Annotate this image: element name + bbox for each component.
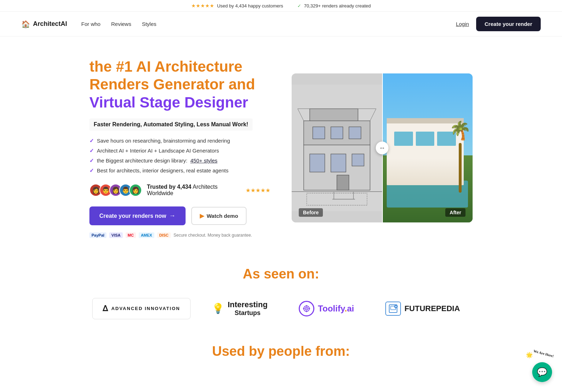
startup-text: InterestingStartups: [228, 300, 268, 317]
window-1: [394, 132, 413, 146]
discover-icon: DISC: [157, 232, 171, 238]
bullet-1: ✓ Save hours on researching, brainstormi…: [89, 138, 270, 144]
bullet-3-text: the Biggest architecture design library:…: [97, 158, 217, 164]
arrow-icon: →: [169, 212, 176, 220]
payment-row: PayPal VISA MC AMEX DISC Secure checkout…: [89, 232, 270, 238]
hero-right: 🌴 ↔ Before After: [292, 73, 473, 222]
bullet-check-icon: ✓: [89, 138, 94, 144]
windows: [394, 132, 456, 146]
used-by-section: Used by people from:: [0, 337, 562, 373]
window-2: [416, 132, 434, 146]
chat-emoji: 🌟: [526, 352, 533, 358]
topbar-stars: ★★★★★: [191, 3, 214, 9]
toolify-text: Toolify.ai: [318, 304, 354, 314]
hero-title-line3: Virtual Stage Designer: [89, 94, 248, 111]
svg-point-21: [306, 308, 307, 309]
bulb-icon: 💡: [212, 303, 224, 314]
bullet-1-text: Save hours on researching, brainstorming…: [97, 138, 230, 144]
styles-link[interactable]: 450+ styles: [190, 158, 217, 164]
futurepedia-text: FUTUREPEDIA: [404, 304, 460, 313]
before-image: [292, 73, 382, 222]
trust-stars: ★★★★★: [246, 187, 270, 194]
bullet-check-icon: ✓: [89, 158, 94, 164]
logo-futurepedia: FUTUREPEDIA: [375, 296, 470, 321]
bullet-2: ✓ Architect AI + Interior AI + Landscape…: [89, 148, 270, 154]
logos-row: ᐃ ADVANCED INNOVATION 💡 InterestingStart…: [21, 294, 541, 322]
nav-right: Login Create your render: [456, 17, 541, 31]
nav-for-who[interactable]: For who: [81, 21, 100, 27]
futurepedia-svg: [388, 304, 398, 314]
hero-title: the #1 AI Architecture Renders Generator…: [89, 58, 270, 111]
trust-row: 👩 👨 👩 👨 👩 Trusted by 4,434 Architects Wo…: [89, 184, 270, 197]
amex-icon: AMEX: [139, 232, 154, 238]
nav-styles[interactable]: Styles: [142, 21, 156, 27]
logo-icon: 🏠: [21, 20, 30, 28]
label-after: After: [445, 208, 465, 217]
bullet-4-text: Best for architects, interior designers,…: [97, 167, 228, 173]
avatar-5: 👩: [129, 184, 142, 197]
logo[interactable]: 🏠 ArchitectAI: [21, 20, 67, 28]
svg-rect-5: [331, 154, 346, 172]
divider-handle[interactable]: ↔: [376, 142, 389, 154]
palm-leaves: 🌴: [449, 122, 471, 139]
navbar: 🏠 ArchitectAI For who Reviews Styles Log…: [0, 12, 562, 37]
bullet-check-icon: ✓: [89, 148, 94, 154]
watch-demo-label: Watch demo: [207, 213, 238, 219]
logo-interesting-startups: 💡 InterestingStartups: [202, 294, 277, 322]
chat-bubble-container: We Are Here! 🌟 💬: [532, 362, 552, 373]
after-image: 🌴: [382, 73, 473, 222]
hero-title-line2: Renders Generator and: [89, 76, 255, 93]
login-link[interactable]: Login: [456, 21, 469, 27]
logo-advanced-innovation: ᐃ ADVANCED INNOVATION: [92, 298, 191, 319]
hero-title-line1: the #1 AI Architecture: [89, 58, 242, 75]
logo-text: ArchitectAI: [33, 20, 67, 28]
svg-rect-7: [313, 127, 325, 139]
topbar-rating-text: Used by 4,434 happy customers: [217, 3, 283, 9]
watch-demo-button[interactable]: ▶ Watch demo: [191, 207, 247, 225]
logo-toolify: Toolify.ai: [289, 295, 364, 322]
chat-icon: 💬: [537, 367, 547, 373]
hero-subtitle: Faster Rendering, Automated Styling, Les…: [89, 118, 253, 131]
futurepedia-icon: [385, 302, 401, 316]
as-seen-on-section: As seen on: ᐃ ADVANCED INNOVATION 💡 Inte…: [0, 252, 562, 337]
cta-primary-label: Create your renders now: [99, 213, 166, 219]
bullet-4: ✓ Best for architects, interior designer…: [89, 167, 270, 174]
svg-rect-4: [310, 154, 325, 172]
chat-bubble: We Are Here! 🌟 💬: [532, 362, 552, 373]
svg-rect-8: [331, 127, 343, 139]
nav-links: For who Reviews Styles: [81, 21, 156, 27]
bullet-check-icon: ✓: [89, 167, 94, 174]
topbar-renders-text: 70,329+ renders already created: [304, 3, 371, 9]
toolify-circle-icon: [299, 301, 314, 316]
label-before: Before: [299, 208, 323, 217]
toolify-svg: [302, 304, 311, 313]
svg-rect-6: [352, 154, 364, 166]
nav-left: 🏠 ArchitectAI For who Reviews Styles: [21, 20, 156, 28]
used-by-title: Used by people from:: [21, 344, 541, 359]
topbar-rating: ★★★★★ Used by 4,434 happy customers: [191, 3, 283, 9]
svg-rect-3: [310, 109, 358, 121]
svg-rect-10: [337, 175, 349, 191]
image-compare: 🌴 ↔ Before After: [292, 73, 473, 222]
nav-cta-button[interactable]: Create your render: [476, 17, 541, 31]
hero-bullets: ✓ Save hours on researching, brainstormi…: [89, 138, 270, 174]
adv-text: ADVANCED INNOVATION: [111, 306, 180, 311]
visa-icon: VISA: [109, 232, 123, 238]
hero-left: the #1 AI Architecture Renders Generator…: [89, 58, 270, 238]
bullet-3: ✓ the Biggest architecture design librar…: [89, 158, 270, 164]
chat-button[interactable]: 💬: [532, 362, 552, 373]
nav-reviews[interactable]: Reviews: [111, 21, 131, 27]
topbar: ★★★★★ Used by 4,434 happy customers ✓ 70…: [0, 0, 562, 12]
sketch-svg: [292, 73, 382, 222]
paypal-icon: PayPal: [89, 232, 106, 238]
cta-buttons: Create your renders now → ▶ Watch demo: [89, 206, 270, 225]
cta-primary-button[interactable]: Create your renders now →: [89, 206, 186, 225]
adv-icon: ᐃ: [103, 304, 108, 313]
trust-count: Trusted by 4,434: [147, 184, 191, 190]
after-scene: 🌴: [382, 73, 473, 222]
avatars: 👩 👨 👩 👨 👩: [89, 184, 142, 197]
as-seen-title: As seen on:: [21, 266, 541, 282]
hero-section: the #1 AI Architecture Renders Generator…: [68, 37, 494, 252]
bullet-2-text: Architect AI + Interior AI + Landscape A…: [97, 148, 219, 154]
palm-trunk: [459, 143, 462, 193]
